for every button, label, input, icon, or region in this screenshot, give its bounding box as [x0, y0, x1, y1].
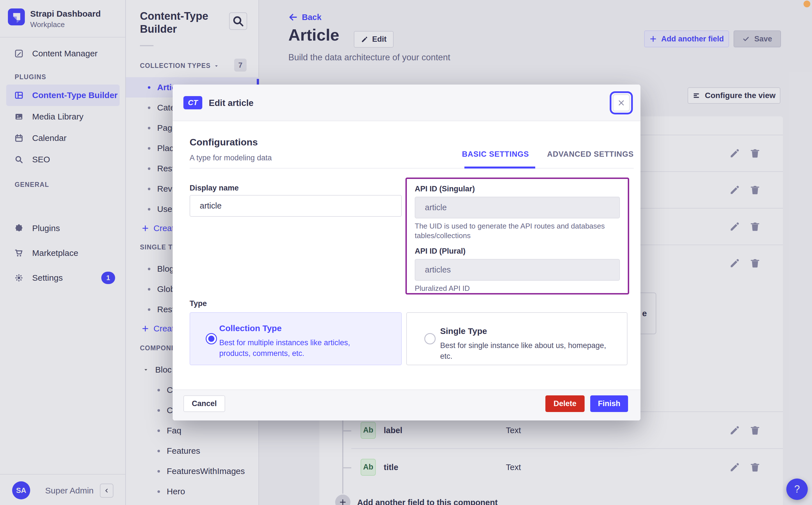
close-button[interactable] — [613, 95, 630, 111]
tab-basic-settings[interactable]: BASIC SETTINGS — [462, 150, 529, 159]
modal-header: CT Edit article — [173, 85, 641, 121]
finish-button[interactable]: Finish — [590, 395, 628, 412]
strapi-dashboard-screen: Strapi Dashboard Workplace Content Manag… — [0, 0, 812, 505]
single-type-title: Single Type — [440, 326, 615, 336]
single-type-option[interactable]: Single Type Best for single instance lik… — [406, 312, 627, 365]
modal-title: Edit article — [209, 98, 254, 108]
api-id-singular-input[interactable] — [415, 197, 620, 218]
collection-type-title: Collection Type — [219, 324, 383, 333]
modal-footer: Cancel Delete Finish — [173, 389, 641, 420]
recording-indicator-dot — [804, 1, 810, 7]
collection-type-option[interactable]: Collection Type Best for multiple instan… — [190, 312, 402, 365]
tabs-divider — [190, 168, 634, 169]
close-icon — [617, 99, 625, 107]
api-id-plural-input[interactable] — [415, 259, 620, 281]
content-type-badge: CT — [184, 96, 202, 109]
api-id-singular-label: API ID (Singular) — [415, 185, 620, 193]
delete-button[interactable]: Delete — [545, 395, 585, 412]
configurations-subtitle: A type for modeling data — [190, 154, 272, 162]
tab-advanced-settings[interactable]: ADVANCED SETTINGS — [547, 150, 634, 159]
cancel-button[interactable]: Cancel — [184, 395, 225, 412]
type-label: Type — [190, 299, 207, 308]
api-id-plural-help: Pluralized API ID — [415, 284, 612, 293]
radio-selected-icon[interactable] — [206, 333, 217, 344]
configurations-title: Configurations — [190, 137, 258, 148]
single-type-description: Best for single instance like about us, … — [440, 340, 615, 362]
radio-unselected-icon[interactable] — [424, 333, 436, 344]
display-name-label: Display name — [190, 184, 239, 192]
api-id-plural-label: API ID (Plural) — [415, 247, 620, 256]
settings-tabs: BASIC SETTINGS ADVANCED SETTINGS — [462, 150, 634, 159]
collection-type-description: Best for multiple instances like article… — [219, 338, 383, 359]
active-tab-indicator — [464, 167, 535, 169]
display-name-input[interactable] — [190, 195, 402, 217]
api-id-highlight-section: API ID (Singular) The UID is used to gen… — [405, 178, 629, 295]
edit-article-modal: CT Edit article Configurations A type fo… — [173, 85, 641, 420]
api-id-singular-help: The UID is used to generate the API rout… — [415, 221, 612, 241]
